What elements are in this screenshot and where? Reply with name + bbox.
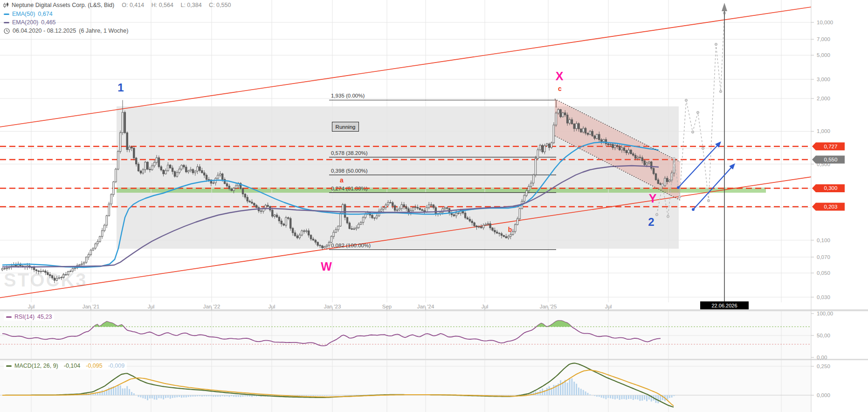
macd-histogram-bar [181,395,182,398]
macd-histogram-bar [251,395,253,397]
macd-histogram-bar [573,382,575,395]
macd-histogram-bar [165,395,166,398]
macd-histogram-bar [233,395,234,397]
macd-histogram-bar [176,395,178,398]
macd-histogram-bar [326,395,328,396]
macd-histogram-bar [192,395,193,397]
ema200-value: 0,465 [41,19,55,26]
ema50-legend-row[interactable]: EMA(50) 0,674 [4,11,53,17]
macd-histogram-bar [503,395,504,396]
macd-histogram-bar [312,395,314,396]
chart-application-window: 1,935 (0.00%)0,578 (38.20%)0,398 (50.00%… [0,0,868,412]
macd-histogram-bar [102,391,103,395]
macd-histogram-bar [138,395,139,397]
svg-text:0,203: 0,203 [824,204,838,209]
macd-histogram-bar [583,390,584,395]
macd-histogram-bar [580,389,582,395]
svg-text:0,030: 0,030 [817,294,830,300]
macd-histogram-bar [224,395,226,397]
svg-text:2,000: 2,000 [817,96,830,101]
macd-histogram-bar [673,395,675,396]
macd-histogram-bar [630,395,632,399]
future-date-flag[interactable]: 22.06.2026 [700,301,749,309]
rsi-legend-row[interactable]: RSI(14) 45,23 [4,313,54,321]
macd-histogram-bar [120,385,121,395]
macd-histogram-bar [129,389,130,395]
svg-text:0,100: 0,100 [817,237,830,243]
macd-histogram-bar [231,395,232,396]
ema200-legend-row[interactable]: EMA(200) 0,465 [4,19,56,26]
macd-histogram-bar [333,395,334,396]
svg-text:1,935 (0.00%): 1,935 (0.00%) [331,93,365,98]
macd-histogram-bar [226,395,227,396]
macd-histogram-bar [131,392,132,395]
clock-icon [4,28,10,34]
macd-histogram-bar [576,384,577,395]
macd-histogram-bar [301,395,303,396]
macd-histogram-bar [657,395,659,403]
macd-histogram-bar [124,388,125,395]
svg-text:0,082 (100.00%): 0,082 (100.00%) [331,243,371,248]
instrument-legend-row[interactable]: Neptune Digital Assets Corp. (L&S, Bid) … [3,2,236,8]
macd-histogram-bar [147,395,148,400]
svg-text:0,050: 0,050 [817,270,830,276]
macd-histogram-bar [328,395,330,396]
macd-histogram-bar [315,395,316,396]
macd-histogram-bar [508,395,509,396]
macd-histogram-bar [194,395,196,397]
price-chart-canvas[interactable]: 1,935 (0.00%)0,578 (38.20%)0,398 (50.00%… [0,0,868,412]
macd-histogram-bar [612,395,613,399]
high-value: H: 0,564 [152,2,173,8]
svg-text:0,300: 0,300 [824,185,838,191]
macd-histogram-bar [671,395,673,398]
candlestick-instrument-icon [3,2,9,8]
macd-histogram-bar [213,395,214,397]
macd-value: -0,104 [64,363,80,369]
macd-histogram-bar [667,395,668,399]
macd-histogram-bar [158,395,159,398]
macd-histogram-bar [324,395,325,396]
macd-histogram-bar [505,395,507,396]
rsi-label: RSI(14) [14,314,34,320]
macd-histogram-bar [115,387,117,395]
ema200-swatch-icon [4,22,9,23]
macd-histogram-bar [571,378,572,395]
close-value: C: 0,550 [209,2,231,8]
svg-text:X: X [556,70,564,83]
macd-histogram-bar [160,395,162,398]
macd-histogram-bar [240,395,241,397]
svg-text:0,578 (38.20%): 0,578 (38.20%) [331,150,368,156]
macd-histogram-bar [145,395,146,399]
macd-histogram-bar [628,395,629,399]
macd-histogram-bar [639,395,641,401]
rsi-swatch-icon [6,316,12,318]
macd-histogram-bar [621,395,622,399]
macd-histogram-bar [170,395,171,399]
svg-text:0,250: 0,250 [817,363,830,369]
running-annotation-box[interactable]: Running [332,122,359,132]
macd-histogram-bar [235,395,237,397]
svg-text:0,727: 0,727 [824,144,838,149]
macd-histogram-bar [122,389,124,395]
macd-histogram-bar [669,395,670,398]
macd-histogram-bar [204,395,205,396]
ema50-swatch-icon [4,14,9,15]
macd-histogram-bar [501,395,502,396]
macd-histogram-bar [641,395,643,401]
macd-histogram-bar [210,395,212,396]
macd-histogram-bar [322,395,323,396]
macd-legend-row[interactable]: MACD(12, 26, 9) -0,104 -0,095 -0,009 [4,362,127,370]
pane-divider [0,359,868,360]
macd-histogram-bar [186,395,187,398]
macd-histogram-bar [567,383,568,395]
macd-histogram-bar [238,395,239,397]
macd-histogram-bar [317,395,318,396]
svg-text:2: 2 [648,216,654,228]
macd-histogram-bar [242,395,244,397]
macd-histogram-bar [220,395,221,397]
macd-histogram-bar [179,395,180,397]
macd-histogram-bar [626,395,627,399]
macd-histogram-bar [596,395,598,397]
macd-histogram-bar [104,391,105,395]
date-range-row: 06.04.2020 - 08.12.2025 (6 Jahre, 1 Woch… [4,28,128,34]
